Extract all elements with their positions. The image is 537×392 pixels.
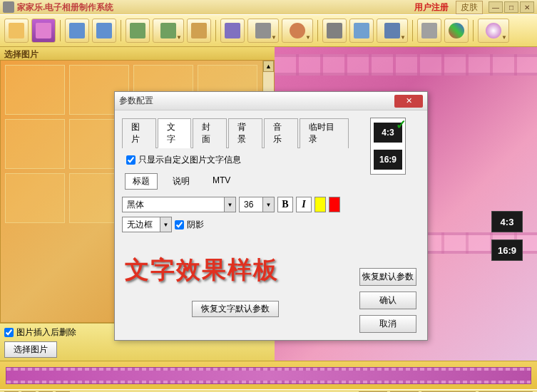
shadow-checkbox[interactable] — [175, 220, 184, 229]
restore-defaults-button[interactable]: 恢复默认参数 — [359, 268, 416, 286]
app-title: 家家乐.电子相册制作系统 — [17, 1, 113, 14]
aspect-43-option[interactable]: 4:3 — [374, 123, 402, 143]
font-combo[interactable]: 黑体▼ — [122, 197, 236, 212]
main-toolbar: ▼ ▼ ▼ ▼ ▼ — [0, 14, 537, 47]
aspect-43-badge[interactable]: 4:3 — [491, 211, 523, 232]
tool-open[interactable] — [31, 19, 56, 43]
chevron-down-icon[interactable]: ▼ — [160, 217, 171, 232]
close-button[interactable]: ✕ — [520, 1, 534, 13]
tool-image-dd[interactable]: ▼ — [153, 19, 184, 43]
size-combo[interactable]: 36▼ — [239, 197, 275, 212]
tool-save-all[interactable] — [92, 19, 116, 43]
left-header: 选择图片 — [0, 47, 275, 60]
tool-save[interactable] — [65, 19, 89, 43]
bottom-toolbar: ⏮ ◀ ▶ ⏭ 复制 剪切 删除当前图片 删除全部图片 — [0, 389, 537, 392]
scroll-up-icon[interactable]: ▲ — [263, 61, 274, 72]
maximize-button[interactable]: □ — [504, 1, 518, 13]
tool-effect[interactable] — [220, 19, 245, 43]
choose-image-button[interactable]: 选择图片 — [4, 341, 57, 358]
params-dialog: 参数配置 ✕ 图片 文字 封面 背景 音乐 临时目录 只显示自定义图片文字信息 … — [114, 91, 428, 341]
color-red[interactable] — [329, 197, 340, 212]
tool-palette[interactable] — [444, 19, 469, 43]
subtab-desc[interactable]: 说明 — [165, 173, 198, 190]
delete-after-insert-label: 图片插入后删除 — [16, 326, 76, 339]
tab-cover[interactable]: 封面 — [193, 118, 227, 148]
register-link[interactable]: 用户注册 — [414, 1, 449, 14]
tool-export-dd[interactable]: ▼ — [377, 19, 408, 43]
tab-bg[interactable]: 背景 — [228, 118, 262, 148]
aspect-preview: 4:3 16:9 — [370, 118, 406, 175]
subtab-title[interactable]: 标题 — [125, 173, 158, 190]
only-custom-checkbox[interactable] — [126, 155, 135, 165]
tool-settings[interactable] — [417, 19, 441, 43]
dialog-title: 参数配置 — [119, 95, 394, 107]
tool-transition[interactable]: ▼ — [247, 19, 279, 43]
only-custom-label: 只显示自定义图片文字信息 — [138, 154, 241, 166]
subtab-mtv[interactable]: MTV — [205, 173, 238, 190]
shadow-label: 阴影 — [187, 219, 204, 231]
delete-after-insert-checkbox[interactable] — [4, 328, 14, 337]
thumb-cell[interactable] — [5, 173, 65, 223]
chevron-down-icon[interactable]: ▼ — [224, 197, 235, 212]
tool-preview[interactable] — [322, 19, 347, 43]
minimize-button[interactable]: — — [489, 1, 503, 13]
filmstrip-top — [275, 54, 537, 76]
aspect-169-badge[interactable]: 16:9 — [491, 239, 523, 261]
chevron-down-icon[interactable]: ▼ — [262, 197, 274, 212]
skin-button[interactable]: 皮肤 — [456, 1, 483, 14]
ok-button[interactable]: 确认 — [359, 292, 416, 309]
titlebar: 家家乐.电子相册制作系统 用户注册 皮肤 — □ ✕ — [0, 0, 537, 14]
restore-text-defaults-button[interactable]: 恢复文字默认参数 — [192, 301, 279, 317]
dialog-tabs: 图片 文字 封面 背景 音乐 临时目录 — [122, 118, 349, 148]
tool-image[interactable] — [126, 19, 150, 43]
tool-folder[interactable] — [187, 19, 211, 43]
tool-new[interactable] — [4, 19, 29, 43]
border-combo[interactable]: 无边框▼ — [122, 217, 172, 232]
dialog-close-button[interactable]: ✕ — [394, 95, 423, 108]
tool-disc[interactable]: ▼ — [478, 19, 509, 43]
app-icon — [3, 1, 14, 13]
tool-export[interactable] — [349, 19, 374, 43]
text-preview: 文字效果样板 — [125, 254, 349, 287]
timeline — [0, 361, 537, 389]
tab-text[interactable]: 文字 — [158, 118, 192, 148]
color-yellow[interactable] — [314, 197, 326, 212]
thumb-cell[interactable] — [5, 119, 65, 169]
cancel-button[interactable]: 取消 — [359, 315, 416, 333]
thumb-cell[interactable] — [5, 65, 65, 115]
italic-button[interactable]: I — [296, 197, 312, 212]
tab-temp[interactable]: 临时目录 — [300, 118, 349, 148]
bold-button[interactable]: B — [277, 197, 293, 212]
tab-pic[interactable]: 图片 — [122, 118, 156, 148]
tool-audio[interactable]: ▼ — [282, 19, 313, 43]
timeline-track[interactable] — [6, 367, 531, 384]
aspect-169-option[interactable]: 16:9 — [374, 150, 402, 170]
tab-music[interactable]: 音乐 — [264, 118, 298, 148]
